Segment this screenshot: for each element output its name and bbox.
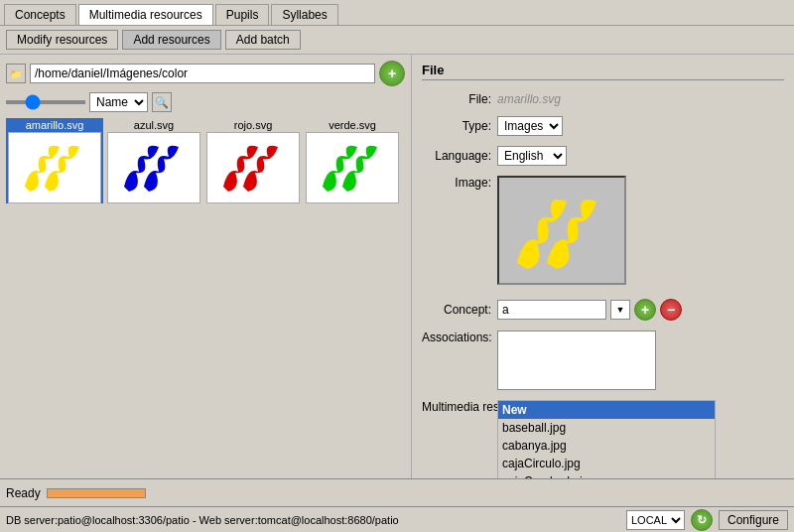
tab-syllabes[interactable]: Syllabes (271, 4, 337, 25)
language-label: Language: (422, 149, 491, 163)
filter-select[interactable]: Name (89, 92, 148, 112)
file-thumb-verde (306, 132, 399, 203)
concept-dropdown-btn[interactable]: ▼ (610, 300, 630, 320)
file-item-verde[interactable]: verde.svg (304, 118, 401, 203)
zoom-slider[interactable] (6, 100, 85, 104)
file-item-amarillo[interactable]: amarillo.svg (6, 118, 103, 203)
multimedia-resources-label: Multimedia resources: (422, 400, 491, 414)
type-label: Type: (422, 119, 491, 133)
file-section-title: File (422, 63, 784, 80)
image-preview (497, 176, 626, 285)
file-name-amarillo: amarillo.svg (6, 118, 103, 132)
right-panel: File File: amarillo.svg Type: Images Aud… (412, 55, 794, 478)
list-item-cabanya[interactable]: cabanya.jpg (498, 437, 715, 455)
configure-button[interactable]: Configure (719, 510, 788, 530)
toolbar: Modify resources Add resources Add batch (0, 26, 794, 55)
folder-icon[interactable]: 📁 (6, 64, 26, 83)
refresh-icon-button[interactable]: ↻ (691, 509, 713, 531)
concept-remove-button[interactable]: − (660, 299, 682, 321)
multimedia-dropdown-list: New baseball.jpg cabanya.jpg cajaCirculo… (497, 400, 716, 478)
file-item-azul[interactable]: azul.svg (105, 118, 202, 203)
add-batch-button[interactable]: Add batch (225, 30, 301, 50)
list-item-cajacirculo[interactable]: cajaCirculo.jpg (498, 455, 715, 472)
list-item-baseball[interactable]: baseball.jpg (498, 419, 715, 437)
local-select[interactable]: LOCAL (626, 510, 685, 530)
top-tab-bar: Concepts Multimedia resources Pupils Syl… (0, 0, 794, 26)
image-row: Image: (422, 176, 784, 289)
file-value: amarillo.svg (497, 92, 561, 106)
status-bar: Ready (0, 478, 794, 506)
multimedia-list-header: New (498, 401, 715, 419)
search-icon[interactable]: 🔍 (152, 92, 172, 112)
associations-row: Associations: (422, 331, 784, 390)
file-name-verde: verde.svg (304, 118, 401, 132)
file-label: File: (422, 92, 491, 106)
file-grid: amarillo.svg azul.svg (6, 118, 405, 203)
list-item-cajacuadrado-jpg[interactable]: cajaCuadrado.jpg (498, 472, 715, 478)
file-thumb-azul (107, 132, 200, 203)
file-thumb-amarillo (8, 132, 101, 203)
type-row: Type: Images Audio Video (422, 116, 784, 136)
associations-label: Associations: (422, 331, 491, 344)
path-bar: 📁 + (6, 61, 405, 86)
language-select[interactable]: English Spanish French (497, 146, 567, 166)
left-panel: 📁 + Name 🔍 amarillo.svg (0, 55, 412, 478)
bottom-bar: DB server:patio@localhost:3306/patio - W… (0, 506, 794, 532)
language-row: Language: English Spanish French (422, 146, 784, 166)
file-name-rojo: rojo.svg (204, 118, 302, 132)
concept-input[interactable] (497, 300, 606, 320)
concept-input-group: ▼ + − (497, 299, 682, 321)
concept-row: Concept: ▼ + − (422, 299, 784, 321)
tab-multimedia-resources[interactable]: Multimedia resources (78, 4, 213, 25)
upload-button[interactable]: + (379, 61, 405, 86)
tab-pupils[interactable]: Pupils (215, 4, 270, 25)
type-select[interactable]: Images Audio Video (497, 116, 563, 136)
image-label: Image: (422, 176, 491, 190)
filter-bar: Name 🔍 (6, 92, 405, 112)
file-name-azul: azul.svg (105, 118, 202, 132)
main-content: 📁 + Name 🔍 amarillo.svg (0, 55, 794, 478)
file-row: File: amarillo.svg (422, 92, 784, 106)
concept-add-button[interactable]: + (634, 299, 656, 321)
add-resources-button[interactable]: Add resources (122, 30, 220, 50)
path-input[interactable] (30, 64, 375, 83)
associations-textarea[interactable] (497, 331, 656, 390)
concept-label: Concept: (422, 303, 491, 317)
status-text: Ready (6, 486, 41, 500)
multimedia-resources-row: Multimedia resources: New baseball.jpg c… (422, 400, 784, 478)
file-item-rojo[interactable]: rojo.svg (204, 118, 302, 203)
server-info: DB server:patio@localhost:3306/patio - W… (6, 514, 620, 526)
tab-concepts[interactable]: Concepts (4, 4, 76, 25)
progress-bar (47, 488, 146, 498)
modify-resources-button[interactable]: Modify resources (6, 30, 118, 50)
file-thumb-rojo (206, 132, 300, 203)
